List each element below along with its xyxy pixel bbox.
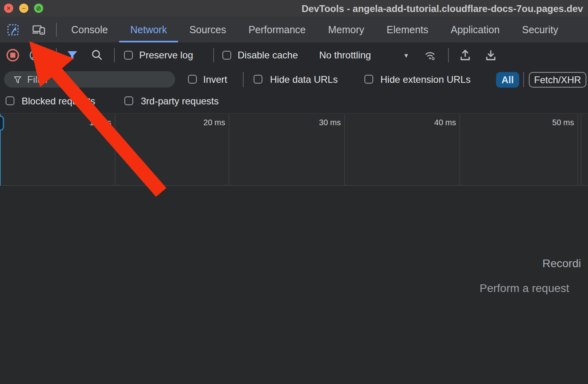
funnel-icon	[13, 75, 22, 84]
tab-security[interactable]: Security	[511, 17, 569, 42]
tabbar-separator	[56, 23, 57, 37]
tab-memory[interactable]: Memory	[317, 17, 375, 42]
blocked-requests-checkbox[interactable]	[6, 96, 14, 105]
toolbar-separator	[448, 48, 449, 62]
tab-console[interactable]: Console	[60, 17, 119, 42]
network-conditions-icon[interactable]	[423, 48, 437, 62]
preserve-log-label: Preserve log	[139, 50, 193, 61]
tab-application[interactable]: Application	[440, 17, 511, 42]
clear-network-log-icon[interactable]	[28, 48, 42, 62]
filter-input-container	[4, 71, 175, 88]
overview-drag-handle[interactable]	[0, 116, 4, 131]
filter-fetch-xhr-button[interactable]: Fetch/XHR	[529, 72, 586, 88]
zoom-window-button[interactable]: ⊘	[34, 4, 43, 13]
inspect-element-icon[interactable]	[6, 23, 20, 37]
close-window-button[interactable]: ✕	[4, 4, 13, 13]
timeline-tick-label: 20 ms	[204, 118, 225, 127]
tab-elements[interactable]: Elements	[376, 17, 440, 42]
title-bar: ✕ − ⊘ DevTools - angela-add-tutorial.clo…	[0, 0, 588, 17]
network-overview-timeline[interactable]: 10 ms 20 ms 30 ms 40 ms 50 ms	[0, 113, 588, 186]
export-har-icon[interactable]	[484, 48, 498, 62]
filter-all-button[interactable]: All	[496, 72, 519, 88]
timeline-tick-label: 50 ms	[552, 118, 574, 127]
timeline-tick-label: 30 ms	[319, 118, 341, 127]
timeline-gridline	[578, 114, 578, 186]
hide-data-urls-checkbox[interactable]	[254, 75, 262, 84]
hide-extension-urls-checkbox[interactable]	[364, 75, 373, 84]
devtools-window: ✕ − ⊘ DevTools - angela-add-tutorial.clo…	[0, 0, 588, 384]
panel-tabs: Console Network Sources Performance Memo…	[60, 17, 569, 42]
chevron-down-icon[interactable]: ▼	[403, 52, 409, 59]
timeline-tick-label: 40 ms	[434, 118, 456, 127]
network-toolbar: Preserve log Disable cache No throttling…	[0, 42, 588, 68]
import-har-icon[interactable]	[458, 48, 472, 62]
filterbar-separator	[243, 72, 244, 87]
device-toolbar-icon[interactable]	[32, 23, 46, 37]
disable-cache-label: Disable cache	[238, 50, 298, 61]
timeline-gridline	[460, 114, 460, 186]
third-party-requests-label: 3rd-party requests	[141, 96, 219, 107]
request-filters-row: Blocked requests 3rd-party requests	[0, 91, 588, 113]
preserve-log-checkbox[interactable]	[124, 51, 133, 60]
recording-status-text: Recordi	[542, 257, 581, 270]
throttling-select[interactable]: No throttling	[319, 50, 371, 61]
network-filter-bar: Invert Hide data URLs Hide extension URL…	[0, 68, 588, 91]
timeline-gridline	[229, 114, 229, 186]
record-stop-icon[interactable]	[6, 48, 20, 62]
minimize-window-button[interactable]: −	[19, 4, 28, 13]
filter-toggle-icon[interactable]	[66, 48, 79, 62]
tab-sources[interactable]: Sources	[178, 17, 237, 42]
invert-label: Invert	[203, 74, 227, 85]
toolbar-separator	[213, 48, 214, 62]
perform-request-hint-text: Perform a request	[480, 282, 569, 295]
requests-table-area[interactable]: Recordi Perform a request	[0, 186, 588, 384]
hide-extension-urls-label: Hide extension URLs	[380, 74, 470, 85]
toolbar-separator	[56, 48, 57, 62]
timeline-tick-label: 10 ms	[90, 118, 111, 127]
invert-checkbox[interactable]	[188, 75, 197, 84]
timeline-gridline	[115, 114, 115, 186]
window-title: DevTools - angela-add-tutorial.cloudflar…	[302, 3, 583, 14]
third-party-requests-checkbox[interactable]	[124, 96, 133, 105]
disable-cache-checkbox[interactable]	[222, 51, 231, 60]
timeline-gridline	[344, 114, 345, 186]
blocked-requests-label: Blocked requests	[22, 96, 95, 107]
search-icon[interactable]	[90, 48, 104, 62]
toolbar-separator	[114, 48, 115, 62]
timeline-gridline	[581, 114, 581, 186]
filter-input[interactable]	[27, 74, 168, 85]
hide-data-urls-label: Hide data URLs	[270, 74, 338, 85]
tab-performance[interactable]: Performance	[237, 17, 317, 42]
devtools-tab-bar: Console Network Sources Performance Memo…	[0, 17, 588, 42]
filterbar-separator	[523, 72, 524, 87]
tab-network[interactable]: Network	[119, 17, 178, 42]
